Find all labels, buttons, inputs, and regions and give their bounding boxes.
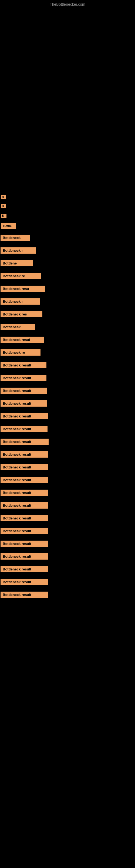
list-item: Bottleneck re — [0, 347, 135, 359]
list-item: Bottleneck result — [0, 475, 135, 486]
list-item: Bottleneck result — [0, 360, 135, 372]
early-item-d: Bottle — [1, 222, 135, 231]
list-item: Bottleneck result — [0, 488, 135, 499]
list-item: Bottleneck resul — [0, 335, 135, 346]
list-item: Bottleneck result — [0, 500, 135, 512]
early-item-b: B — [1, 203, 135, 211]
list-item: Bottleneck result — [0, 526, 135, 537]
items-container: B B B Bottle Bottleneck Bottleneck r Bot… — [0, 194, 135, 601]
list-item: Bottleneck result — [0, 462, 135, 474]
list-item: Bottleneck res — [0, 309, 135, 321]
list-item: Bottleneck result — [0, 538, 135, 550]
list-item: Bottleneck — [0, 322, 135, 333]
list-item: Bottleneck re — [0, 271, 135, 282]
early-item-c: B — [1, 212, 135, 220]
list-item: Bottleneck resu — [0, 283, 135, 295]
list-item: Bottleneck result — [0, 551, 135, 563]
list-item: Bottleneck result — [0, 385, 135, 397]
list-item: Bottleneck result — [0, 513, 135, 525]
list-item: Bottleneck result — [0, 449, 135, 461]
site-title-text: TheBottlenecker.com — [0, 0, 135, 9]
list-item: Bottleneck result — [0, 373, 135, 384]
list-item: Bottleneck result — [0, 564, 135, 576]
list-item: Bottleneck — [0, 232, 135, 244]
list-item: Bottleneck result — [0, 411, 135, 423]
early-item-a: B — [1, 194, 135, 202]
chart-area — [3, 9, 132, 193]
list-item: Bottleneck result — [0, 398, 135, 410]
list-item: Bottlene — [0, 258, 135, 270]
list-item: Bottleneck result — [0, 436, 135, 448]
list-item: Bottleneck result — [0, 589, 135, 601]
list-item: Bottleneck result — [0, 424, 135, 435]
list-item: Bottleneck r — [0, 296, 135, 308]
list-item: Bottleneck r — [0, 245, 135, 257]
list-item: Bottleneck result — [0, 577, 135, 588]
